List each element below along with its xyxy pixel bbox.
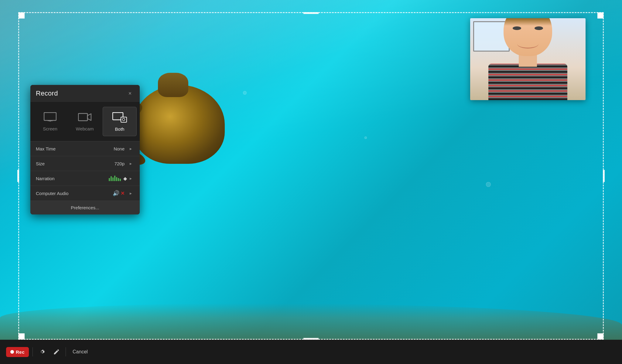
vol-bar-4 <box>114 176 115 181</box>
volume-bars <box>109 176 121 181</box>
cancel-button[interactable]: Cancel <box>70 347 91 356</box>
screen-icon-container <box>44 111 56 123</box>
computer-audio-label: Computer Audio <box>36 191 113 196</box>
webcam-icon-container <box>78 111 91 123</box>
computer-audio-chevron[interactable]: ▸ <box>127 190 134 197</box>
settings-area: Max Time None ▸ Size 720p ▸ Narration <box>30 141 140 201</box>
max-time-chevron[interactable]: ▸ <box>127 145 134 152</box>
pencil-icon <box>53 349 60 355</box>
record-panel: Record × Screen Webcam <box>30 85 140 214</box>
close-button[interactable]: × <box>126 89 134 98</box>
mode-webcam-button[interactable]: Webcam <box>68 107 101 136</box>
both-icon-container <box>112 111 127 123</box>
vol-bar-3 <box>112 177 114 181</box>
toolbar-divider-2 <box>66 347 66 356</box>
move-cursor[interactable] <box>197 103 216 121</box>
seabed <box>0 303 622 340</box>
max-time-row: Max Time None ▸ <box>30 141 140 156</box>
rec-button[interactable]: Rec <box>6 347 29 357</box>
eye-left <box>513 26 521 30</box>
mute-x-icon: ✕ <box>121 190 125 196</box>
bottom-toolbar: Rec Cancel <box>0 340 622 364</box>
mode-buttons: Screen Webcam Both <box>30 102 140 141</box>
narration-chevron[interactable]: ▸ <box>127 175 134 182</box>
size-row: Size 720p ▸ <box>30 156 140 171</box>
person-container <box>488 24 567 100</box>
person-shirt <box>488 64 567 100</box>
panel-title: Record <box>36 89 58 97</box>
vol-bar-7 <box>120 179 121 181</box>
speaker-icon: 🔊 <box>113 190 119 197</box>
webcam-label: Webcam <box>76 126 94 131</box>
svg-rect-5 <box>121 117 127 122</box>
mode-screen-button[interactable]: Screen <box>33 107 67 136</box>
computer-audio-row: Computer Audio 🔊 ✕ ▸ <box>30 186 140 201</box>
pencil-button[interactable] <box>51 346 62 357</box>
eye-right <box>535 26 543 30</box>
person-hair <box>504 18 552 26</box>
vol-bar-2 <box>111 176 112 181</box>
bubble <box>364 136 367 139</box>
mic-icon[interactable]: ◆ <box>123 176 127 181</box>
svg-rect-0 <box>44 113 56 120</box>
vol-bar-5 <box>116 177 117 181</box>
bubble <box>486 182 491 187</box>
vol-bar-1 <box>109 178 110 181</box>
mode-both-button[interactable]: Both <box>103 107 137 136</box>
narration-label: Narration <box>36 176 109 181</box>
size-value: 720p <box>114 161 125 166</box>
rec-label: Rec <box>16 349 25 355</box>
size-chevron[interactable]: ▸ <box>127 160 134 167</box>
webcam-icon <box>78 112 91 122</box>
screen-icon <box>44 112 56 122</box>
bubble <box>243 91 247 95</box>
screen-label: Screen <box>43 126 57 131</box>
toolbar-divider-1 <box>32 347 33 356</box>
preferences-button[interactable]: Preferences... <box>30 201 140 214</box>
max-time-label: Max Time <box>36 146 114 151</box>
webcam-preview <box>470 18 586 100</box>
speaker-muted-container: 🔊 ✕ <box>113 190 125 197</box>
both-label: Both <box>115 126 125 132</box>
person-smile <box>517 39 538 49</box>
both-icon <box>112 112 127 123</box>
size-label: Size <box>36 161 114 166</box>
max-time-value: None <box>114 146 125 151</box>
person-face <box>504 18 552 56</box>
volume-meter <box>109 176 121 181</box>
panel-header: Record × <box>30 85 140 102</box>
vol-bar-6 <box>118 178 119 181</box>
gear-button[interactable] <box>36 346 47 357</box>
rec-dot <box>10 350 14 354</box>
narration-row: Narration ◆ ▸ <box>30 171 140 186</box>
svg-rect-3 <box>78 113 87 121</box>
gear-icon <box>38 348 46 356</box>
